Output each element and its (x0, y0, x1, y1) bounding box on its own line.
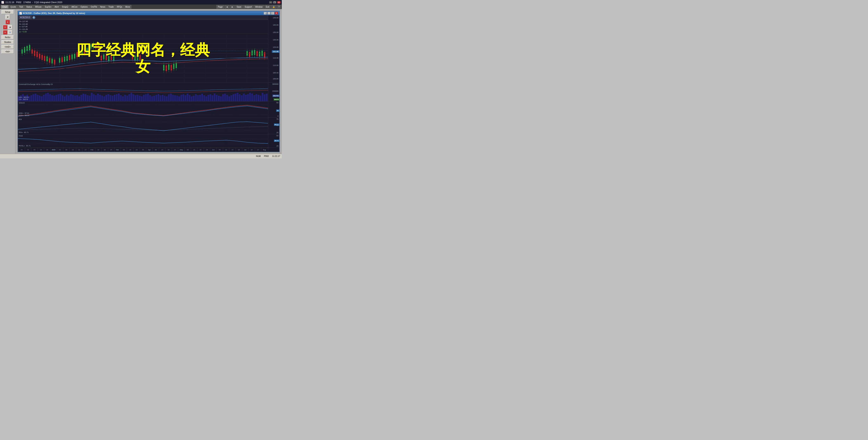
price-140: 140.00 (273, 24, 278, 26)
date-09b: 09 (121, 148, 127, 152)
volume-label: Commodi Exchange Vol & Commodity OI (19, 83, 53, 85)
setup-button[interactable]: Setup (1, 10, 14, 14)
svg-rect-194 (149, 95, 151, 101)
svg-rect-176 (112, 96, 114, 101)
svg-rect-250 (266, 94, 268, 101)
menu-ordtkt[interactable]: OrdTkt (89, 5, 99, 9)
page-button[interactable]: Page (216, 5, 224, 9)
save-button[interactable]: Save (235, 5, 243, 9)
svg-rect-97 (79, 51, 80, 56)
minimize-button[interactable]: − (269, 1, 272, 3)
svg-rect-226 (216, 95, 218, 101)
svg-rect-191 (143, 95, 145, 101)
print-icon[interactable]: 🖨 (5, 14, 10, 19)
status-num: NUM (256, 155, 261, 157)
red-icon-1[interactable]: ✕ (3, 25, 7, 30)
date-axis: 25 02 09 16 23 2020 02 06 13 21 27 Feb 1… (18, 148, 268, 152)
svg-rect-169 (97, 94, 99, 101)
svg-rect-200 (162, 95, 163, 101)
hvol-50: 50 (276, 135, 278, 137)
svg-rect-182 (124, 95, 126, 101)
win-minimize[interactable]: _ (267, 12, 271, 14)
stoch-label: SStoch (19, 102, 25, 104)
menu-rfqs[interactable]: RFQs (115, 5, 124, 9)
svg-rect-33 (36, 52, 38, 57)
date-apr: Apr (146, 148, 152, 152)
menu-ts[interactable]: T&S (18, 5, 25, 9)
search-icon[interactable]: 🔍 (264, 12, 267, 14)
svg-rect-212 (187, 94, 188, 101)
date-06: 06 (63, 148, 69, 152)
svg-rect-222 (208, 95, 209, 101)
svg-rect-224 (212, 95, 213, 101)
red-icon-2[interactable]: ✕ (3, 30, 7, 35)
chart-window: 📈 KCEZ20 - Coffee (ICE), Dec 20, Daily (… (18, 11, 280, 152)
svg-rect-161 (81, 95, 82, 101)
intd-button[interactable]: <IntD> (1, 45, 14, 49)
svg-rect-85 (64, 57, 65, 62)
menu-quote[interactable]: Quote (9, 5, 17, 9)
svg-rect-81 (59, 58, 60, 63)
date-15: 15 (191, 148, 197, 152)
svg-rect-166 (91, 93, 93, 101)
window-button[interactable]: Window (254, 5, 264, 9)
close-button[interactable]: ✕ (277, 1, 281, 3)
menu-supsrv[interactable]: SupSrv (43, 5, 53, 9)
prev-page-button[interactable]: ◄ (225, 5, 229, 9)
hvol-info: HVOL= 35.71 (19, 145, 31, 147)
studies-button[interactable]: Studies (1, 40, 14, 44)
record-icon[interactable]: ● (5, 20, 10, 24)
svg-rect-192 (145, 94, 147, 101)
svg-rect-227 (218, 96, 220, 101)
svg-rect-63 (140, 55, 141, 60)
svg-rect-164 (87, 95, 88, 101)
blue-cross-icon[interactable]: ✕ (8, 30, 12, 35)
title-time: 11:21:16 (5, 1, 14, 3)
grid-h-7 (18, 68, 268, 68)
menu-alert[interactable]: Alert (53, 5, 60, 9)
svg-rect-225 (214, 94, 215, 101)
svg-rect-184 (128, 94, 130, 101)
restore-button[interactable]: ❐ (273, 1, 276, 3)
chart-window-title: KCEZ20 - Coffee (ICE), Dec 20, Daily (De… (23, 12, 85, 14)
date-mar: Mar (114, 148, 121, 152)
svg-rect-140 (37, 95, 38, 101)
svg-rect-149 (56, 95, 57, 101)
menu-snapq[interactable]: SnapQ (60, 5, 70, 9)
candle-chart[interactable]: 四字经典网名，经典 女 (18, 34, 268, 83)
exit-button[interactable]: Exit (265, 5, 271, 9)
next-page-button[interactable]: ► (230, 5, 235, 9)
menu-more[interactable]: More (124, 5, 132, 9)
menu-status[interactable]: Status (25, 5, 33, 9)
menu-trade[interactable]: Trade (107, 5, 115, 9)
hvol-scale: 50 35.71 25 (268, 134, 279, 148)
lock-button[interactable]: 🔒 (271, 5, 276, 9)
menu-chart[interactable]: Chart (1, 5, 9, 9)
resci-button[interactable]: ReSci (1, 35, 14, 39)
rsi-scale: 75 65.71 50 25 (268, 118, 279, 134)
menu-options[interactable]: Options (79, 5, 89, 9)
symbol-dot[interactable]: ▼ (32, 16, 35, 19)
price-110: 110.00 (273, 64, 278, 66)
list-button[interactable]: <list> (1, 50, 14, 54)
menu-news[interactable]: News (99, 5, 107, 9)
menu-allcon[interactable]: AllCon (70, 5, 79, 9)
svg-rect-61 (137, 55, 138, 60)
svg-rect-45 (52, 59, 53, 64)
title-account: P002 (16, 1, 22, 3)
chart-container: 📈 KCEZ20 - Coffee (ICE), Dec 20, Daily (… (16, 9, 282, 154)
svg-rect-186 (133, 94, 134, 101)
menu-mscan[interactable]: MScan (34, 5, 43, 9)
help-button[interactable]: ? (277, 5, 281, 9)
svg-rect-249 (264, 94, 266, 101)
svg-rect-218 (199, 95, 201, 101)
date-27: 27 (82, 148, 89, 152)
support-button[interactable]: Support (243, 5, 253, 9)
win-close[interactable]: ✕ (275, 12, 278, 14)
menu-bar: Chart Quote T&S Status MScan SupSrv Aler… (0, 4, 282, 9)
date-29b: 29 (236, 148, 242, 152)
win-restore[interactable]: □ (271, 12, 274, 14)
icon-2[interactable]: ■ (8, 25, 12, 30)
svg-rect-162 (83, 94, 84, 101)
svg-rect-43 (49, 58, 50, 63)
